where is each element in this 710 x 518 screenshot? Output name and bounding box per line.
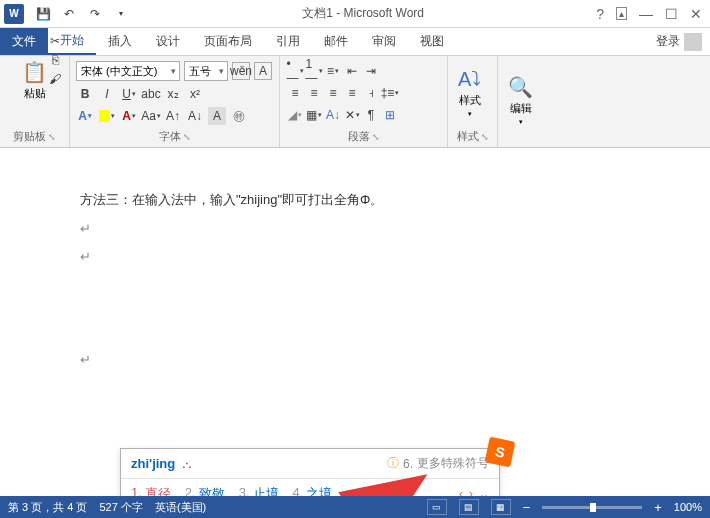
font-size-select[interactable]: 五号: [184, 61, 228, 81]
cut-icon[interactable]: ✂: [46, 32, 64, 50]
bullets-button[interactable]: •—▾: [286, 62, 304, 80]
phonetic-guide-button[interactable]: wěn: [232, 62, 250, 80]
font-name-select[interactable]: 宋体 (中文正文): [76, 61, 180, 81]
status-language[interactable]: 英语(美国): [155, 500, 206, 515]
font-launcher-icon[interactable]: ⤡: [183, 132, 191, 142]
subscript-button[interactable]: x₂: [164, 85, 182, 103]
login-button[interactable]: 登录: [648, 28, 710, 55]
text-effects-button[interactable]: A▾: [76, 107, 94, 125]
underline-button[interactable]: U▾: [120, 85, 138, 103]
styles-button[interactable]: A⤵ 样式 ▾: [452, 66, 487, 120]
increase-indent-button[interactable]: ⇥: [362, 62, 380, 80]
tab-insert[interactable]: 插入: [96, 28, 144, 55]
font-color-button[interactable]: A▾: [120, 107, 138, 125]
styles-group-label: 样式: [457, 129, 479, 144]
tab-file[interactable]: 文件: [0, 28, 48, 55]
sort-button[interactable]: A↓: [324, 106, 342, 124]
tab-design[interactable]: 设计: [144, 28, 192, 55]
styles-icon: A⤵: [458, 68, 481, 91]
undo-icon[interactable]: ↶: [60, 5, 78, 23]
print-layout-icon[interactable]: ▤: [459, 499, 479, 515]
distribute-button[interactable]: ⫞: [362, 84, 380, 102]
clipboard-group-label: 剪贴板: [13, 129, 46, 144]
shrink-font-button[interactable]: A↓: [186, 107, 204, 125]
maximize-icon[interactable]: ☐: [665, 6, 678, 22]
font-group-label: 字体: [159, 129, 181, 144]
close-icon[interactable]: ✕: [690, 6, 702, 22]
window-title: 文档1 - Microsoft Word: [130, 5, 596, 22]
strikethrough-button[interactable]: abc: [142, 85, 160, 103]
paragraph-mark: ↵: [80, 217, 640, 242]
align-center-button[interactable]: ≡: [305, 84, 323, 102]
read-mode-icon[interactable]: ▭: [427, 499, 447, 515]
zoom-level[interactable]: 100%: [674, 501, 702, 513]
align-left-button[interactable]: ≡: [286, 84, 304, 102]
app-icon: W: [4, 4, 24, 24]
multilevel-button[interactable]: ≡▾: [324, 62, 342, 80]
tab-layout[interactable]: 页面布局: [192, 28, 264, 55]
status-page[interactable]: 第 3 页，共 4 页: [8, 500, 87, 515]
ime-caret-icon: ⸫: [183, 456, 191, 472]
tab-view[interactable]: 视图: [408, 28, 456, 55]
numbering-button[interactable]: 1—▾: [305, 62, 323, 80]
doc-text-line: 方法三：在输入法中，输入"zhijing"即可打出全角Φ。: [80, 188, 640, 213]
shading-button[interactable]: ◢▾: [286, 106, 304, 124]
sogou-logo-icon: S: [485, 437, 516, 468]
paragraph-mark: ↵: [80, 348, 640, 373]
char-shading-button[interactable]: A: [208, 107, 226, 125]
char-border-button[interactable]: A: [254, 62, 272, 80]
editing-button[interactable]: 🔍 编辑 ▾: [502, 73, 539, 128]
copy-icon[interactable]: ⎘: [46, 51, 64, 69]
tab-review[interactable]: 审阅: [360, 28, 408, 55]
avatar-icon: [684, 33, 702, 51]
find-icon: 🔍: [508, 75, 533, 99]
align-right-button[interactable]: ≡: [324, 84, 342, 102]
status-wordcount[interactable]: 527 个字: [99, 500, 142, 515]
clipboard-icon: 📋: [22, 60, 47, 84]
zoom-slider[interactable]: [542, 506, 642, 509]
minimize-icon[interactable]: —: [639, 6, 653, 22]
styles-launcher-icon[interactable]: ⤡: [481, 132, 489, 142]
chinese-layout-button[interactable]: ✕▾: [343, 106, 361, 124]
justify-button[interactable]: ≡: [343, 84, 361, 102]
clipboard-launcher-icon[interactable]: ⤡: [48, 132, 56, 142]
borders-button[interactable]: ▦▾: [305, 106, 323, 124]
editing-group-label: [502, 143, 540, 145]
ime-hint-num: 6.: [403, 457, 413, 471]
decrease-indent-button[interactable]: ⇤: [343, 62, 361, 80]
italic-button[interactable]: I: [98, 85, 116, 103]
qat-more-icon[interactable]: ▾: [112, 5, 130, 23]
zoom-out-button[interactable]: −: [523, 500, 531, 515]
document-area[interactable]: 方法三：在输入法中，输入"zhijing"即可打出全角Φ。 ↵ ↵ ↵ ↵ S …: [0, 148, 710, 502]
tab-mail[interactable]: 邮件: [312, 28, 360, 55]
zoom-in-button[interactable]: +: [654, 500, 662, 515]
paragraph-group-label: 段落: [348, 129, 370, 144]
format-painter-icon[interactable]: 🖌: [46, 70, 64, 88]
paragraph-launcher-icon[interactable]: ⤡: [372, 132, 380, 142]
line-spacing-button[interactable]: ‡≡▾: [381, 84, 399, 102]
info-icon: ⓘ: [387, 455, 399, 472]
help-icon[interactable]: ?: [596, 6, 604, 22]
show-marks-button[interactable]: ¶: [362, 106, 380, 124]
redo-icon[interactable]: ↷: [86, 5, 104, 23]
superscript-button[interactable]: x²: [186, 85, 204, 103]
paragraph-mark: ↵: [80, 245, 640, 270]
grow-font-button[interactable]: A↑: [164, 107, 182, 125]
web-layout-icon[interactable]: ▦: [491, 499, 511, 515]
enclose-chars-button[interactable]: ㊕: [230, 107, 248, 125]
save-icon[interactable]: 💾: [34, 5, 52, 23]
ime-panel: S zhi'jing ⸫ ⓘ 6. 更多特殊符号 1.直径 2.致敬 3.止境 …: [120, 448, 500, 502]
change-case-button[interactable]: Aa▾: [142, 107, 160, 125]
tab-references[interactable]: 引用: [264, 28, 312, 55]
bold-button[interactable]: B: [76, 85, 94, 103]
highlight-button[interactable]: ▾: [98, 107, 116, 125]
ribbon-options-icon[interactable]: ▴: [616, 7, 627, 20]
snap-grid-button[interactable]: ⊞: [381, 106, 399, 124]
ime-input-text: zhi'jing: [131, 456, 175, 471]
ime-hint-text[interactable]: 更多特殊符号: [417, 455, 489, 472]
